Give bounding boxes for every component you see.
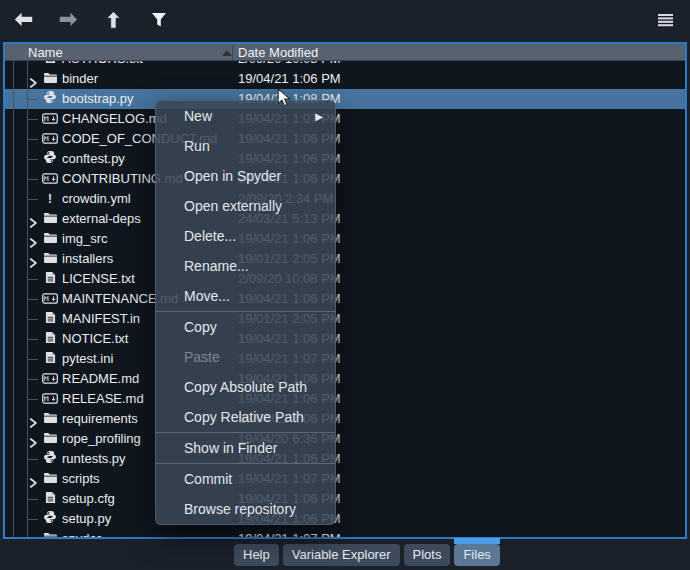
markdown-file-icon xyxy=(42,390,58,408)
file-row-RELEASE.md[interactable]: RELEASE.md19/04/21 1:06 PM xyxy=(5,389,685,409)
python-file-icon xyxy=(43,150,57,168)
forward-icon xyxy=(59,12,78,30)
file-row-spyder[interactable]: spyder19/04/21 1:07 PM xyxy=(5,529,685,537)
tree-branch-tick xyxy=(27,519,38,520)
spyder-files-panel: AUTHORS.txt2/09/20 10:08 PMbinder19/04/2… xyxy=(0,0,690,570)
folder-icon xyxy=(43,410,58,428)
expand-toggle[interactable] xyxy=(29,74,39,84)
expand-toggle[interactable] xyxy=(29,434,39,444)
file-row-runtests.py[interactable]: runtests.py19/04/21 1:06 PM xyxy=(5,449,685,469)
menu-item-run[interactable]: Run xyxy=(156,131,335,161)
file-name: img_src xyxy=(62,229,108,249)
file-row-CODE_OF_CONDUCT.md[interactable]: CODE_OF_CONDUCT.md19/04/21 1:06 PM xyxy=(5,129,685,149)
markdown-file-icon xyxy=(42,110,58,128)
file-tree: AUTHORS.txt2/09/20 10:08 PMbinder19/04/2… xyxy=(5,44,685,537)
file-row-LICENSE.txt[interactable]: LICENSE.txt2/09/20 10:08 PM xyxy=(5,269,685,289)
file-row-crowdin.yml[interactable]: !crowdin.yml2/09/20 2:34 PM xyxy=(5,189,685,209)
python-file-icon xyxy=(43,450,57,468)
menu-item-delete[interactable]: Delete... xyxy=(156,221,335,251)
file-name: CHANGELOG.md xyxy=(62,109,167,129)
file-row-external-deps[interactable]: external-deps24/03/21 5:13 PM xyxy=(5,209,685,229)
tab-files[interactable]: Files xyxy=(454,544,499,566)
expand-toggle[interactable] xyxy=(29,254,39,264)
tree-branch-tick xyxy=(27,339,38,340)
file-row-setup.py[interactable]: setup.py19/04/21 1:06 PM xyxy=(5,509,685,529)
file-row-README.md[interactable]: README.md19/04/21 1:06 PM xyxy=(5,369,685,389)
menu-item-copy-absolute-path[interactable]: Copy Absolute Path xyxy=(156,372,335,402)
expand-toggle[interactable] xyxy=(29,214,39,224)
file-row-rope_profiling[interactable]: rope_profiling19/04/20 6:36 PM xyxy=(5,429,685,449)
column-header-name[interactable]: Name xyxy=(28,44,63,61)
menu-item-copy-relative-path[interactable]: Copy Relative Path xyxy=(156,402,335,432)
column-header-date-modified[interactable]: Date Modified xyxy=(238,44,318,61)
tree-branch-tick xyxy=(27,499,38,500)
menu-item-new[interactable]: New▶ xyxy=(156,101,335,131)
file-name: setup.cfg xyxy=(62,489,115,509)
tree-guide-line xyxy=(13,44,14,537)
file-name: LICENSE.txt xyxy=(62,269,135,289)
file-name: pytest.ini xyxy=(62,349,113,369)
file-row-CONTRIBUTING.md[interactable]: CONTRIBUTING.md19/04/21 1:06 PM xyxy=(5,169,685,189)
back-button[interactable] xyxy=(12,11,34,31)
file-row-requirements[interactable]: requirements19/04/21 1:06 PM xyxy=(5,409,685,429)
menu-item-paste: Paste xyxy=(156,342,335,372)
file-row-CHANGELOG.md[interactable]: CHANGELOG.md19/04/21 1:07 PM xyxy=(5,109,685,129)
expand-toggle[interactable] xyxy=(29,534,39,537)
file-name: installers xyxy=(62,249,113,269)
folder-icon xyxy=(43,530,58,537)
text-file-icon xyxy=(45,350,56,368)
back-icon xyxy=(14,12,33,30)
text-file-icon xyxy=(45,310,56,328)
file-row-pytest.ini[interactable]: pytest.ini19/04/21 1:07 PM xyxy=(5,349,685,369)
tree-branch-tick xyxy=(27,319,38,320)
markdown-file-icon xyxy=(42,130,58,148)
pane-options-button[interactable] xyxy=(654,11,676,31)
text-file-icon xyxy=(45,490,56,508)
tab-help[interactable]: Help xyxy=(234,544,279,566)
expand-toggle[interactable] xyxy=(29,234,39,244)
forward-button[interactable] xyxy=(57,11,79,31)
file-row-bootstrap.py[interactable]: bootstrap.py19/04/21 1:08 PM xyxy=(5,89,685,109)
text-file-icon xyxy=(45,270,56,288)
file-row-scripts[interactable]: scripts19/04/21 1:07 PM xyxy=(5,469,685,489)
menu-item-browse-repository[interactable]: Browse repository xyxy=(156,494,335,524)
tab-plots[interactable]: Plots xyxy=(404,544,451,566)
parent-directory-button[interactable] xyxy=(102,11,124,31)
markdown-file-icon xyxy=(42,170,58,188)
context-menu: New▶RunOpen in SpyderOpen externallyDele… xyxy=(155,100,336,525)
menu-item-copy[interactable]: Copy xyxy=(156,312,335,342)
tree-branch-tick xyxy=(27,179,38,180)
text-file-icon xyxy=(45,330,56,348)
file-name: conftest.py xyxy=(62,149,125,169)
menu-item-commit[interactable]: Commit xyxy=(156,464,335,494)
menu-item-open-externally[interactable]: Open externally xyxy=(156,191,335,221)
menu-item-rename[interactable]: Rename... xyxy=(156,251,335,281)
folder-icon xyxy=(43,210,58,228)
expand-toggle[interactable] xyxy=(29,414,39,424)
file-row-installers[interactable]: installers19/01/21 2:05 PM xyxy=(5,249,685,269)
file-explorer-pane: AUTHORS.txt2/09/20 10:08 PMbinder19/04/2… xyxy=(3,42,687,539)
expand-toggle[interactable] xyxy=(29,474,39,484)
file-row-MANIFEST.in[interactable]: MANIFEST.in19/01/21 2:05 PM xyxy=(5,309,685,329)
tree-branch-tick xyxy=(27,399,38,400)
menu-item-show-in-finder[interactable]: Show in Finder xyxy=(156,433,335,463)
folder-icon xyxy=(43,250,58,268)
column-divider[interactable] xyxy=(232,45,233,60)
filter-button[interactable] xyxy=(148,11,170,31)
python-file-icon xyxy=(43,90,57,108)
folder-icon xyxy=(43,230,58,248)
file-row-MAINTENANCE.md[interactable]: MAINTENANCE.md19/04/21 1:06 PM xyxy=(5,289,685,309)
menu-item-move[interactable]: Move... xyxy=(156,281,335,311)
file-row-binder[interactable]: binder19/04/21 1:06 PM xyxy=(5,69,685,89)
file-row-NOTICE.txt[interactable]: NOTICE.txt19/04/21 1:06 PM xyxy=(5,329,685,349)
tab-variable-explorer[interactable]: Variable Explorer xyxy=(283,544,400,566)
file-row-setup.cfg[interactable]: setup.cfg19/04/21 1:06 PM xyxy=(5,489,685,509)
menu-item-open-in-spyder[interactable]: Open in Spyder xyxy=(156,161,335,191)
file-date-modified: 19/04/21 1:07 PM xyxy=(238,529,341,537)
file-name: bootstrap.py xyxy=(62,89,134,109)
tree-branch-tick xyxy=(27,379,38,380)
tree-branch-tick xyxy=(27,119,38,120)
file-row-img_src[interactable]: img_src19/04/21 1:06 PM xyxy=(5,229,685,249)
pane-tabbar: HelpVariable ExplorerPlotsFiles xyxy=(234,544,500,566)
file-row-conftest.py[interactable]: conftest.py19/04/21 1:06 PM xyxy=(5,149,685,169)
